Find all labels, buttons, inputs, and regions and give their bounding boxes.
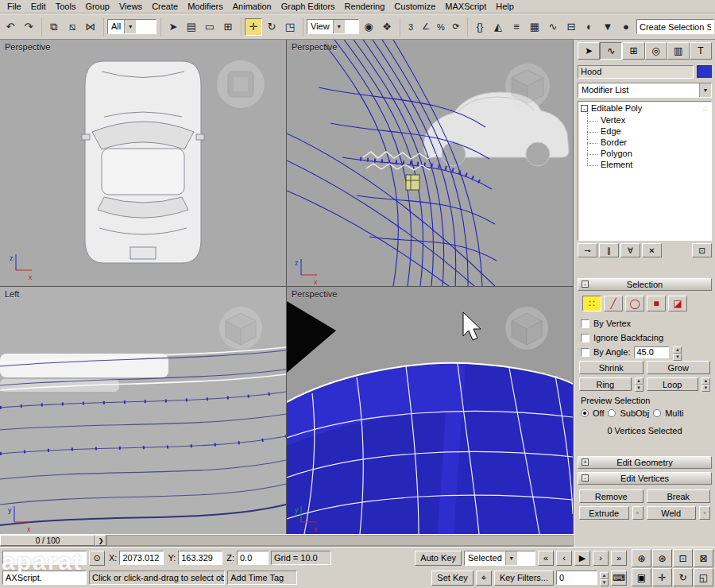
- tab-modify[interactable]: ∿: [600, 42, 622, 60]
- go-to-start-icon[interactable]: «: [538, 551, 554, 566]
- by-angle-input[interactable]: [634, 346, 669, 358]
- viewport-canvas[interactable]: z x: [287, 40, 573, 286]
- preview-off-radio[interactable]: [581, 409, 589, 417]
- auto-key-button[interactable]: Auto Key: [415, 551, 462, 566]
- angle-snap-icon[interactable]: ∠: [419, 18, 433, 36]
- pan-icon[interactable]: ✛: [652, 568, 672, 586]
- extrude-settings-button[interactable]: ▫: [632, 506, 644, 520]
- viewport-bottom-right[interactable]: y x Perspective: [287, 287, 573, 534]
- tab-utilities[interactable]: T: [690, 42, 712, 60]
- named-selection-sets-icon[interactable]: {}: [471, 18, 489, 36]
- make-unique-icon[interactable]: ∀: [620, 243, 640, 257]
- tab-hierarchy[interactable]: ⊞: [622, 42, 644, 60]
- select-and-rotate-icon[interactable]: ↻: [263, 18, 280, 36]
- viewport-canvas[interactable]: y x: [287, 287, 573, 534]
- viewport-canvas[interactable]: y x: [0, 287, 286, 534]
- menu-item[interactable]: Customize: [389, 1, 440, 12]
- keyboard-shortcut-toggle-icon[interactable]: ⌨: [611, 571, 627, 586]
- window-crossing-icon[interactable]: ⊞: [219, 18, 237, 36]
- maxscript-listener-input[interactable]: [2, 571, 87, 585]
- bind-to-spacewarp-icon[interactable]: ⋈: [82, 18, 99, 36]
- unlink-selection-icon[interactable]: ⧅: [64, 18, 81, 36]
- menu-item[interactable]: Edit: [26, 1, 51, 12]
- viewport-top-right[interactable]: z x Perspective: [287, 40, 573, 286]
- selection-filter-dropdown[interactable]: All ▼: [107, 19, 157, 34]
- key-mode-icon[interactable]: ⌖: [476, 571, 492, 586]
- key-filters-button[interactable]: Key Filters...: [494, 571, 554, 586]
- play-icon[interactable]: ▶: [574, 551, 590, 566]
- collapse-icon[interactable]: -: [581, 105, 588, 112]
- viewport-label[interactable]: Left: [5, 289, 19, 299]
- weld-settings-button[interactable]: ▫: [699, 506, 710, 520]
- time-slider-handle[interactable]: 0 / 100: [0, 535, 95, 546]
- edit-geometry-rollout-header[interactable]: + Edit Geometry: [578, 456, 712, 469]
- select-and-scale-icon[interactable]: ◳: [281, 18, 299, 36]
- select-by-name-icon[interactable]: ▤: [183, 18, 200, 36]
- menu-item[interactable]: MAXScript: [440, 1, 491, 12]
- select-object-icon[interactable]: ➤: [164, 18, 182, 36]
- align-icon[interactable]: ≡: [508, 18, 525, 36]
- add-time-tag[interactable]: Add Time Tag: [227, 571, 297, 585]
- border-mode-icon[interactable]: ◯: [625, 296, 644, 311]
- zoom-icon[interactable]: ⊕: [632, 549, 651, 567]
- ring-button[interactable]: Ring: [579, 377, 632, 391]
- loop-spinner[interactable]: ▲▼: [701, 377, 710, 389]
- tab-create[interactable]: ➤: [578, 42, 600, 60]
- viewport-canvas[interactable]: z x: [0, 40, 286, 286]
- reference-coordinate-dropdown[interactable]: View ▼: [307, 19, 359, 34]
- rectangular-selection-icon[interactable]: ▭: [201, 18, 218, 36]
- edge-mode-icon[interactable]: ╱: [604, 296, 623, 311]
- spinner-snap-icon[interactable]: ⟳: [449, 18, 463, 36]
- preview-multi-radio[interactable]: [653, 409, 661, 417]
- by-angle-checkbox[interactable]: [581, 348, 589, 357]
- remove-button[interactable]: Remove: [579, 489, 644, 503]
- viewport-label[interactable]: Perspective: [292, 42, 337, 52]
- chevron-down-icon[interactable]: ▼: [333, 20, 345, 33]
- selection-lock-icon[interactable]: ⊙: [89, 551, 105, 566]
- go-to-end-icon[interactable]: »: [611, 551, 627, 566]
- use-pivot-center-icon[interactable]: ◉: [360, 18, 377, 36]
- preview-subobj-radio[interactable]: [608, 409, 616, 417]
- break-button[interactable]: Break: [647, 489, 711, 503]
- menu-item[interactable]: Graph Editors: [276, 1, 340, 12]
- time-slider-track[interactable]: [106, 535, 574, 546]
- stack-subobject-item[interactable]: Vertex: [578, 114, 711, 126]
- menu-item[interactable]: Views: [114, 1, 147, 12]
- ring-spinner[interactable]: ▲▼: [635, 377, 644, 389]
- field-of-view-icon[interactable]: ▣: [632, 568, 651, 586]
- show-end-result-icon[interactable]: ∥: [599, 243, 619, 257]
- next-frame-icon[interactable]: ›: [593, 551, 609, 566]
- y-coord-input[interactable]: [178, 551, 222, 565]
- selection-rollout-header[interactable]: - Selection: [578, 278, 712, 291]
- schematic-view-icon[interactable]: ⊟: [562, 18, 580, 36]
- frame-spinner[interactable]: ▲▼: [600, 572, 609, 584]
- viewport-label[interactable]: Perspective: [5, 42, 50, 52]
- select-and-link-icon[interactable]: ⧉: [45, 18, 63, 36]
- zoom-all-icon[interactable]: ⊛: [652, 549, 672, 567]
- menu-item[interactable]: Help: [491, 1, 519, 12]
- by-angle-spinner[interactable]: ▲▼: [673, 346, 682, 358]
- grow-button[interactable]: Grow: [647, 361, 711, 374]
- layer-manager-icon[interactable]: ▦: [526, 18, 543, 36]
- stack-subobject-item[interactable]: Border: [578, 137, 711, 148]
- menu-item[interactable]: Modifiers: [183, 1, 228, 12]
- object-name-field[interactable]: Hood: [578, 65, 694, 79]
- element-mode-icon[interactable]: ◪: [668, 296, 687, 311]
- maxscript-listener-top[interactable]: [2, 551, 87, 565]
- previous-frame-icon[interactable]: ‹: [556, 551, 572, 566]
- x-coord-input[interactable]: [119, 551, 164, 565]
- orbit-icon[interactable]: ↻: [673, 568, 693, 586]
- menu-item[interactable]: File: [2, 1, 26, 12]
- viewport-bottom-left[interactable]: y x Left: [0, 287, 286, 534]
- stack-root-item[interactable]: - Editable Poly ∴: [578, 102, 711, 114]
- select-and-manipulate-icon[interactable]: ❖: [378, 18, 396, 36]
- create-selection-set-input[interactable]: [636, 19, 714, 34]
- extrude-button[interactable]: Extrude: [579, 506, 629, 520]
- shrink-button[interactable]: Shrink: [579, 361, 644, 374]
- curve-editor-icon[interactable]: ∿: [544, 18, 562, 36]
- set-key-button[interactable]: Set Key: [431, 571, 473, 586]
- menu-item[interactable]: Tools: [51, 1, 81, 12]
- pin-stack-icon[interactable]: ⊸: [578, 243, 597, 257]
- menu-item[interactable]: Rendering: [340, 1, 390, 12]
- current-frame-input[interactable]: [556, 571, 597, 585]
